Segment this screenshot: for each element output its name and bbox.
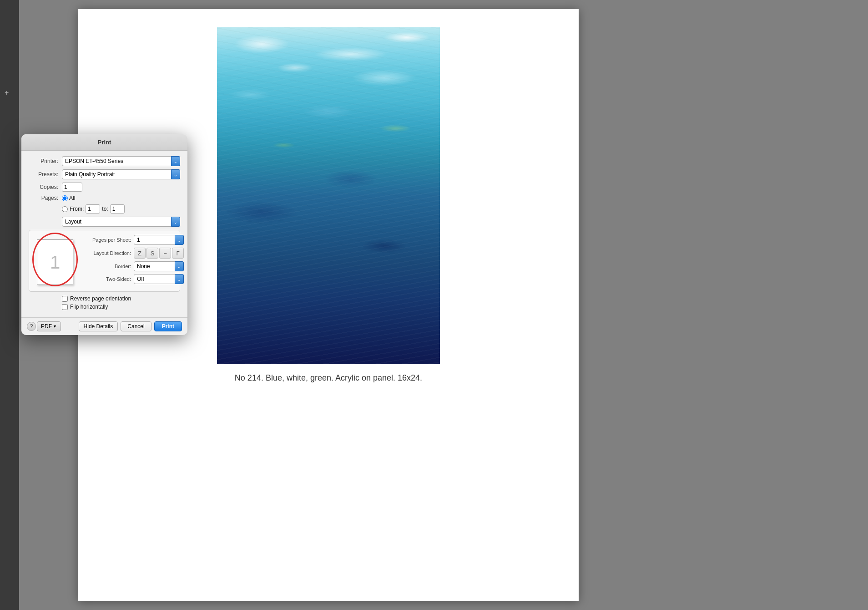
help-button[interactable]: ?	[27, 322, 36, 331]
dialog-titlebar: Print	[21, 134, 187, 151]
hide-details-button[interactable]: Hide Details	[79, 321, 118, 331]
pages-per-sheet-row: Pages per Sheet: 1	[81, 235, 184, 245]
dialog-body: Printer: EPSON ET-4550 Series Presets: P…	[21, 151, 187, 317]
pdf-dropdown-arrow: ▼	[53, 324, 57, 329]
direction-btn-z[interactable]: Z	[134, 248, 146, 259]
layout-direction-row: Layout Direction: Z S ⌐ Γ	[81, 248, 184, 259]
direction-btn-n[interactable]: ⌐	[159, 248, 171, 259]
presets-label: Presets:	[29, 171, 58, 178]
layout-body: 1 Pages per Sheet: 1	[29, 230, 180, 291]
border-label: Border:	[81, 264, 131, 269]
pages-all-radio[interactable]	[62, 195, 68, 201]
flip-horizontal-label: Flip horizontally	[70, 304, 108, 310]
flip-horizontal-row: Flip horizontally	[62, 304, 180, 310]
footer-left: ? PDF ▼	[27, 321, 61, 331]
two-sided-select-wrapper: Off	[134, 274, 184, 284]
pages-all-option[interactable]: All	[62, 195, 75, 201]
pages-label: Pages:	[29, 195, 58, 201]
dialog-title: Print	[98, 139, 111, 146]
printer-select-wrapper: EPSON ET-4550 Series	[62, 156, 180, 166]
flip-horizontal-checkbox[interactable]	[62, 304, 68, 310]
border-select-wrapper: None	[134, 261, 184, 271]
reverse-orientation-checkbox[interactable]	[62, 296, 68, 302]
pages-range-option[interactable]	[62, 206, 68, 212]
copies-label: Copies:	[29, 184, 58, 190]
print-dialog: Print Printer: EPSON ET-4550 Series Pres…	[21, 134, 187, 335]
cancel-button[interactable]: Cancel	[121, 321, 151, 331]
direction-btn-rn[interactable]: Γ	[172, 248, 184, 259]
pdf-button[interactable]: PDF ▼	[37, 321, 61, 331]
page-number: 1	[50, 252, 60, 273]
printer-label: Printer:	[29, 158, 58, 164]
pages-range-radio[interactable]	[62, 206, 68, 212]
two-sided-label: Two-Sided:	[81, 276, 131, 282]
two-sided-select[interactable]: Off	[134, 274, 184, 284]
border-row: Border: None	[81, 261, 184, 271]
section-selector-row: Layout	[29, 217, 180, 227]
page-thumbnail-wrap: 1	[35, 235, 76, 287]
pages-from-to-row: From: to:	[62, 204, 180, 214]
presets-select[interactable]: Plain Quality Portrait	[62, 169, 180, 179]
direction-buttons-group: Z S ⌐ Γ	[134, 248, 184, 259]
presets-select-wrapper: Plain Quality Portrait	[62, 169, 180, 179]
pages-radio-group: All	[62, 195, 75, 201]
to-label: to:	[102, 206, 108, 212]
pages-per-sheet-select[interactable]: 1	[134, 235, 184, 245]
layout-options: Pages per Sheet: 1 Layout Direction: Z	[81, 235, 184, 287]
printer-select[interactable]: EPSON ET-4550 Series	[62, 156, 180, 166]
copies-input[interactable]	[62, 183, 82, 192]
from-label: From:	[70, 206, 84, 212]
page-thumbnail: 1	[37, 239, 73, 285]
pages-per-sheet-select-wrapper: 1	[134, 235, 184, 245]
pages-to-input[interactable]	[110, 204, 125, 214]
printer-row: Printer: EPSON ET-4550 Series	[29, 156, 180, 166]
section-select[interactable]: Layout	[62, 217, 180, 227]
reverse-orientation-row: Reverse page orientation	[62, 295, 180, 302]
sidebar: +	[0, 0, 19, 610]
direction-btn-s[interactable]: S	[146, 248, 158, 259]
copies-row: Copies:	[29, 183, 180, 192]
pages-row: Pages: All	[29, 195, 180, 201]
dialog-footer: ? PDF ▼ Hide Details Cancel Print	[21, 317, 187, 335]
two-sided-row: Two-Sided: Off	[81, 274, 184, 284]
border-select[interactable]: None	[134, 261, 184, 271]
pages-per-sheet-label: Pages per Sheet:	[81, 237, 131, 243]
layout-section: 1 Pages per Sheet: 1	[29, 230, 180, 292]
painting-image	[217, 27, 440, 364]
presets-row: Presets: Plain Quality Portrait	[29, 169, 180, 179]
reverse-orientation-label: Reverse page orientation	[70, 295, 131, 302]
painting-caption: No 214. Blue, white, green. Acrylic on p…	[235, 373, 422, 383]
pages-from-input[interactable]	[86, 204, 100, 214]
section-select-wrapper: Layout	[62, 217, 180, 227]
add-icon[interactable]: +	[5, 89, 9, 97]
layout-direction-label: Layout Direction:	[81, 250, 131, 256]
print-button[interactable]: Print	[154, 321, 182, 331]
